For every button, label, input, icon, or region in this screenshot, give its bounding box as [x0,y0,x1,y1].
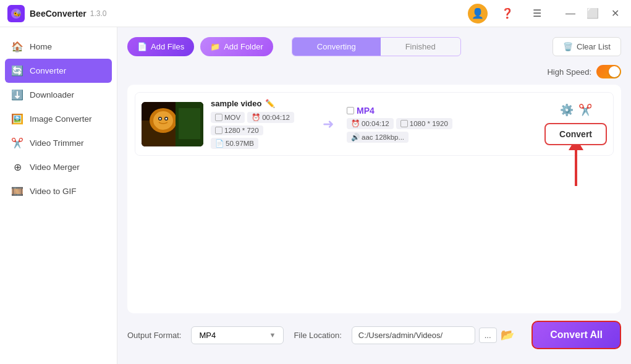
sidebar-item-converter[interactable]: 🔄 Converter [5,59,112,83]
status-tabs: Converting Finished [292,37,461,56]
input-duration-badge: ⏰ 00:04:12 [247,112,294,123]
output-duration-badge: ⏰ 00:04:12 [347,118,394,129]
output-audio-badge: 🔊 aac 128kbp... [347,132,409,143]
convert-button[interactable]: Convert [544,123,607,145]
toggle-thumb [609,66,620,77]
sidebar: 🏠 Home 🔄 Converter ⬇️ Downloader 🖼️ Imag… [0,27,117,364]
sidebar-item-video-merger-label: Video Merger [30,163,80,172]
action-icons-row: ⚙️ ✂️ [560,103,592,117]
clear-label: Clear List [577,42,611,51]
input-size-badge: 📄 50.97MB [211,138,258,149]
video-merger-icon: ⊕ [11,161,23,173]
output-checkbox [347,107,354,114]
arrow-shaft [575,149,577,186]
output-info: MP4 ⏰ 00:04:12 1080 * 1920 🔊 [347,106,470,143]
clear-icon: 🗑️ [563,42,573,51]
input-resolution-badge: 1280 * 720 [211,125,263,135]
location-input[interactable]: C:/Users/admin/Videos/ [352,326,475,344]
menu-icon[interactable]: ☰ [527,4,547,23]
sidebar-item-converter-label: Converter [30,66,66,75]
convert-all-button[interactable]: Convert All [531,321,621,349]
sidebar-item-image-converter-label: Image Converter [30,114,92,124]
close-button[interactable]: ✕ [606,5,624,22]
minimize-button[interactable]: — [562,5,579,22]
file-input-meta: MOV ⏰ 00:04:12 1280 * 720 📄 50.97MB [211,112,310,149]
svg-point-5 [153,111,173,130]
high-speed-label: High Speed: [547,67,591,77]
maximize-button[interactable]: ⬜ [584,5,601,22]
bottombar: Output Format: MP4 ▼ File Location: C:/U… [127,313,621,354]
sidebar-item-video-gif-label: Video to GIF [30,187,77,196]
sidebar-item-video-trimmer[interactable]: ✂️ Video Trimmer [0,131,117,155]
svg-point-9 [166,117,167,119]
help-icon[interactable]: ❓ [498,4,517,23]
sidebar-item-downloader-label: Downloader [30,90,74,99]
add-files-icon: 📄 [137,42,147,51]
converter-icon: 🔄 [11,65,23,77]
app-logo: 🐝 [7,5,25,22]
sidebar-item-video-trimmer-label: Video Trimmer [30,138,84,148]
image-converter-icon: 🖼️ [11,113,23,125]
file-location-row: C:/Users/admin/Videos/ ... 📂 [352,326,514,344]
tab-finished[interactable]: Finished [381,38,460,56]
file-location-label: File Location: [294,331,341,340]
main-layout: 🏠 Home 🔄 Converter ⬇️ Downloader 🖼️ Imag… [0,27,631,364]
titlebar-controls: 👤 ❓ ☰ — ⬜ ✕ [468,4,624,23]
sidebar-item-downloader[interactable]: ⬇️ Downloader [0,83,117,107]
content-area: 📄 Add Files 📁 Add Folder Converting Fini… [117,27,631,364]
location-dots-button[interactable]: ... [479,328,497,343]
red-arrow-annotation [575,149,577,186]
clear-list-button[interactable]: 🗑️ Clear List [553,37,621,56]
convert-arrow-area: ➜ [317,116,339,132]
app-version: 1.3.0 [90,9,107,18]
file-thumbnail [142,102,203,146]
checkbox-format [215,114,222,121]
input-format-badge: MOV [211,112,245,123]
table-row: sample video ✏️ MOV ⏰ 00:04:12 [135,92,614,156]
video-gif-icon: 🎞️ [11,185,23,197]
high-speed-toggle[interactable] [596,65,621,78]
folder-browse-icon[interactable]: 📂 [501,328,514,342]
svg-point-8 [159,117,161,119]
window-controls: — ⬜ ✕ [562,5,624,22]
format-select-value: MP4 [199,331,216,340]
output-format-label: MP4 [347,106,470,116]
sidebar-item-home-label: Home [30,42,52,51]
arrow-annotation: Convert [544,123,607,145]
file-list-area: sample video ✏️ MOV ⏰ 00:04:12 [127,85,621,313]
sidebar-item-home[interactable]: 🏠 Home [0,35,117,59]
format-select-dropdown[interactable]: MP4 ▼ [191,326,284,344]
video-trimmer-icon: ✂️ [11,137,23,149]
dropdown-arrow-icon: ▼ [269,331,276,339]
output-resolution-badge: 1080 * 1920 [396,118,452,129]
output-meta: ⏰ 00:04:12 1080 * 1920 🔊 aac 128kbp... [347,118,470,143]
add-folder-icon: 📁 [210,42,220,51]
tab-converting[interactable]: Converting [292,38,381,56]
home-icon: 🏠 [11,41,23,53]
convert-direction-arrow: ➜ [323,116,334,132]
downloader-icon: ⬇️ [11,89,23,101]
output-format-label: Output Format: [127,331,181,340]
add-folder-button[interactable]: 📁 Add Folder [200,37,273,56]
edit-icon[interactable]: ✏️ [265,99,275,108]
svg-text:🐝: 🐝 [13,9,22,18]
convert-actions: ⚙️ ✂️ Convert [544,103,607,145]
svg-rect-11 [179,108,200,139]
checkbox-res [215,127,222,134]
add-files-label: Add Files [151,42,184,51]
file-info: sample video ✏️ MOV ⏰ 00:04:12 [211,99,310,149]
add-folder-label: Add Folder [224,42,263,51]
titlebar: 🐝 BeeConverter 1.3.0 👤 ❓ ☰ — ⬜ ✕ [0,0,631,27]
user-icon[interactable]: 👤 [468,4,488,23]
output-res-checkbox [400,120,408,127]
settings-icon[interactable]: ⚙️ [560,103,574,117]
high-speed-row: High Speed: [127,65,621,78]
sidebar-item-video-to-gif[interactable]: 🎞️ Video to GIF [0,179,117,203]
sidebar-item-image-converter[interactable]: 🖼️ Image Converter [0,107,117,131]
thumbnail-image [142,102,203,146]
sidebar-item-video-merger[interactable]: ⊕ Video Merger [0,155,117,179]
app-name: BeeConverter [30,9,87,19]
scissors-icon[interactable]: ✂️ [578,103,592,117]
add-files-button[interactable]: 📄 Add Files [127,37,194,56]
topbar: 📄 Add Files 📁 Add Folder Converting Fini… [127,37,621,56]
